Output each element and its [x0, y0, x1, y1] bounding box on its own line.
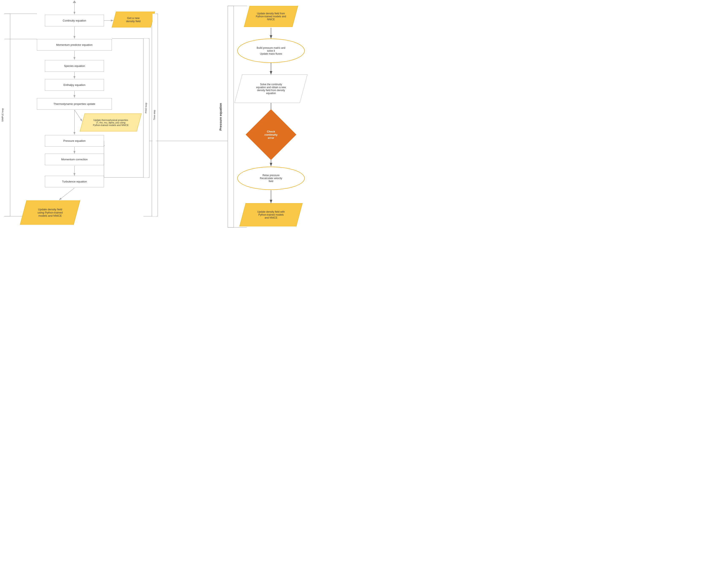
right-continuity-trapezoid: Solve the continuity equation and obtain… [235, 74, 307, 103]
species-equation-box: Species equation [45, 60, 104, 72]
svg-rect-14 [4, 14, 10, 216]
get-new-density-field: Get a new density field [112, 12, 155, 27]
simple-loop-label: SIMPLE loop [1, 14, 4, 216]
piso-loop-label: PISO loop [144, 39, 148, 177]
update-density-bottom: Update density field using Python-traine… [20, 200, 80, 225]
momentum-predictor-box: Momentum predictor equation [37, 39, 112, 51]
right-diamond-container: Check continuity error [253, 117, 289, 152]
right-pressure-ellipse: Build pressure matrix and solve it Updat… [237, 39, 305, 63]
pressure-equation-box: Pressure equation [45, 135, 104, 147]
diagram-container: Continuity equation Get a new density fi… [0, 0, 364, 284]
right-update-density-box: Update density field from Python-trained… [244, 6, 298, 27]
momentum-correction-box: Momentum correction [45, 153, 104, 165]
svg-line-13 [59, 188, 74, 200]
svg-line-9 [74, 110, 82, 121]
time-step-label: Time step [152, 14, 156, 216]
update-thermo-parallelogram: Update thermophysical properties (T, rho… [80, 113, 142, 131]
svg-rect-32 [228, 6, 234, 227]
enthalpy-equation-box: Enthalpy equation [45, 79, 104, 91]
pressure-equation-label: Pressure equation [215, 6, 226, 227]
turbulence-equation-box: Turbulence equation [45, 176, 104, 187]
thermo-properties-box: Thermodynamic properties update [37, 98, 112, 110]
right-update-density-bottom: Update density field with Python-trained… [239, 203, 302, 226]
continuity-equation-box: Continuity equation [45, 15, 104, 26]
right-relax-ellipse: Relax pressure Recalculate velocity fiel… [237, 167, 305, 190]
svg-marker-3 [73, 0, 76, 3]
right-diamond-label: Check continuity error [253, 117, 289, 152]
